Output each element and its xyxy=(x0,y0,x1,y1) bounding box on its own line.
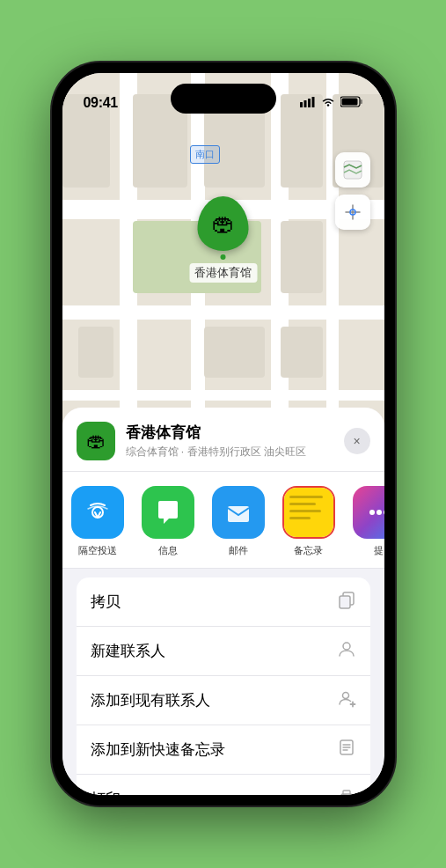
airdrop-icon xyxy=(71,486,124,539)
svg-rect-0 xyxy=(300,102,303,107)
venue-pin-icon: 🏟 xyxy=(212,210,235,238)
share-airdrop[interactable]: 隔空投送 xyxy=(62,486,133,557)
venue-avatar: 🏟 xyxy=(77,422,115,460)
svg-point-17 xyxy=(342,693,348,699)
share-message[interactable]: 信息 xyxy=(133,486,203,557)
copy-icon xyxy=(337,590,356,614)
new-contact-label: 新建联系人 xyxy=(91,641,165,661)
close-button[interactable]: × xyxy=(344,428,370,454)
venue-marker: 🏟 香港体育馆 xyxy=(189,196,257,283)
svg-rect-7 xyxy=(344,161,362,179)
print-label: 打印 xyxy=(91,789,121,795)
status-time: 09:41 xyxy=(84,95,118,111)
svg-rect-5 xyxy=(360,99,362,104)
wifi-icon xyxy=(321,97,335,110)
svg-rect-6 xyxy=(341,99,357,106)
mail-icon xyxy=(212,486,265,539)
add-note-icon xyxy=(337,738,356,761)
airdrop-label: 隔空投送 xyxy=(78,544,117,557)
action-add-note[interactable]: 添加到新快速备忘录 xyxy=(77,725,370,775)
notes-label: 备忘录 xyxy=(294,544,323,557)
map-controls xyxy=(335,152,370,237)
svg-rect-3 xyxy=(311,97,314,107)
venue-subtitle: 综合体育馆 · 香港特别行政区 油尖旺区 xyxy=(126,445,333,460)
more-icon xyxy=(353,486,384,539)
action-new-contact[interactable]: 新建联系人 xyxy=(77,627,370,676)
status-icons xyxy=(300,96,363,110)
venue-info: 香港体育馆 综合体育馆 · 香港特别行政区 油尖旺区 xyxy=(126,423,333,460)
share-mail[interactable]: 邮件 xyxy=(203,486,274,557)
action-list: 拷贝 新建联系人 xyxy=(77,577,370,795)
action-print[interactable]: 打印 xyxy=(77,775,370,795)
action-copy[interactable]: 拷贝 xyxy=(77,577,370,627)
message-label: 信息 xyxy=(158,544,178,557)
signal-icon xyxy=(300,97,316,110)
add-existing-label: 添加到现有联系人 xyxy=(91,690,210,710)
new-contact-icon xyxy=(337,639,356,663)
share-notes[interactable]: 备忘录 xyxy=(274,486,344,557)
venue-pin: 🏟 xyxy=(198,196,249,251)
notes-icon xyxy=(282,486,335,539)
action-add-existing[interactable]: 添加到现有联系人 xyxy=(77,676,370,725)
svg-rect-1 xyxy=(303,100,306,107)
phone-frame: 09:41 xyxy=(52,63,395,805)
add-existing-icon xyxy=(337,688,356,712)
svg-rect-15 xyxy=(340,596,350,608)
svg-point-11 xyxy=(369,510,375,515)
share-more[interactable]: 提 xyxy=(344,486,384,557)
location-button[interactable] xyxy=(335,195,370,230)
add-note-label: 添加到新快速备忘录 xyxy=(91,739,225,760)
svg-rect-2 xyxy=(308,99,311,107)
venue-title: 香港体育馆 xyxy=(126,423,333,443)
svg-point-13 xyxy=(384,510,384,515)
svg-point-12 xyxy=(377,510,382,515)
share-row: 隔空投送 信息 xyxy=(62,472,384,569)
copy-label: 拷贝 xyxy=(91,592,121,612)
mail-label: 邮件 xyxy=(229,544,248,557)
sheet-header: 🏟 香港体育馆 综合体育馆 · 香港特别行政区 油尖旺区 × xyxy=(62,408,384,472)
message-icon xyxy=(142,486,194,539)
more-label: 提 xyxy=(374,544,384,557)
svg-point-16 xyxy=(343,643,350,650)
dynamic-island xyxy=(171,84,276,114)
print-icon xyxy=(337,787,356,795)
phone-screen: 09:41 xyxy=(62,73,384,795)
map-type-button[interactable] xyxy=(335,152,370,188)
map-label: 南口 xyxy=(190,145,220,164)
battery-icon xyxy=(340,96,363,110)
venue-name-label: 香港体育馆 xyxy=(189,263,257,283)
bottom-sheet: 🏟 香港体育馆 综合体育馆 · 香港特别行政区 油尖旺区 × xyxy=(62,408,384,795)
